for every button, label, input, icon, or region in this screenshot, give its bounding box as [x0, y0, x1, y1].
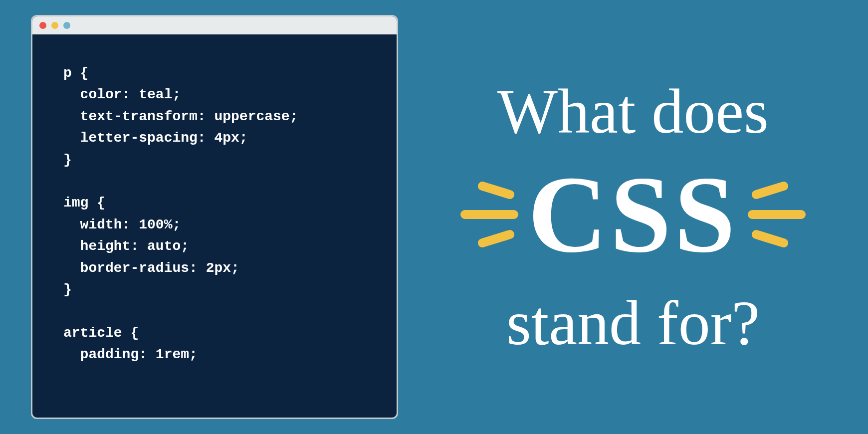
headline-css-row: CSS — [455, 160, 811, 269]
headline-css-word: CSS — [528, 160, 738, 269]
code-snippet: p { color: teal; text-transform: upperca… — [32, 34, 397, 418]
burst-right-icon — [746, 177, 811, 252]
headline: What does CSS stand for? — [398, 0, 868, 434]
minimize-icon[interactable] — [51, 22, 58, 29]
window-titlebar — [32, 16, 397, 34]
close-icon[interactable] — [39, 22, 46, 29]
maximize-icon[interactable] — [63, 22, 70, 29]
headline-line-1: What does — [497, 78, 769, 145]
headline-line-2: stand for? — [506, 289, 760, 356]
code-window: p { color: teal; text-transform: upperca… — [31, 15, 398, 419]
burst-left-icon — [455, 177, 520, 252]
